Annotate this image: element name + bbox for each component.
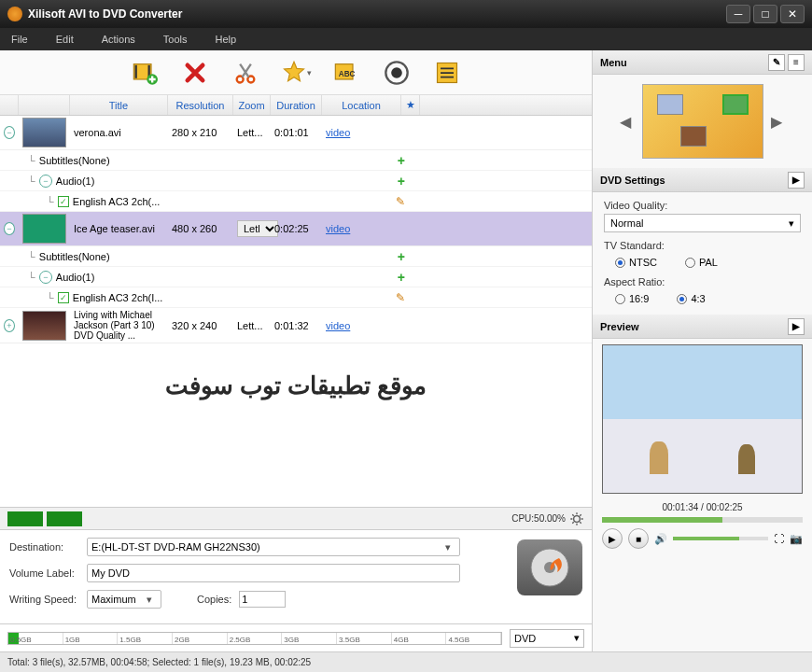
gear-icon[interactable] bbox=[569, 511, 584, 526]
file-row[interactable]: + Living with Michael Jackson (Part 3 10… bbox=[0, 308, 592, 343]
col-location[interactable]: Location bbox=[322, 95, 401, 115]
list-button[interactable] bbox=[431, 57, 463, 89]
audio-track-row[interactable]: └✓English AC3 2ch(I...✎ bbox=[0, 287, 592, 308]
col-resolution[interactable]: Resolution bbox=[168, 95, 233, 115]
play-button[interactable]: ▶ bbox=[602, 528, 623, 549]
expand-button[interactable]: − bbox=[4, 222, 15, 235]
tv-standard-label: TV Standard: bbox=[604, 240, 801, 251]
add-audio-icon[interactable]: + bbox=[398, 270, 405, 285]
pal-radio[interactable]: PAL bbox=[685, 257, 718, 268]
size-tick: 4GB bbox=[392, 633, 447, 644]
burn-button[interactable] bbox=[517, 539, 582, 595]
stop-button[interactable]: ■ bbox=[628, 528, 649, 549]
file-row[interactable]: − Ice Age teaser.avi 480 x 260 Letl 0:02… bbox=[0, 212, 592, 246]
subtitles-row[interactable]: └Subtitles(None)+ bbox=[0, 246, 592, 267]
file-row[interactable]: − verona.avi 280 x 210 Lett... 0:01:01 v… bbox=[0, 116, 592, 150]
subtitle-button[interactable]: ABC bbox=[330, 57, 362, 89]
close-button[interactable]: ✕ bbox=[780, 5, 805, 23]
menu-file[interactable]: File bbox=[11, 34, 28, 45]
audio-row[interactable]: └−Audio(1)+ bbox=[0, 267, 592, 287]
chevron-down-icon[interactable]: ▾ bbox=[789, 217, 794, 230]
snapshot-icon[interactable]: 📷 bbox=[790, 533, 803, 545]
menu-template-thumbnail[interactable] bbox=[642, 84, 763, 159]
menu-help[interactable]: Help bbox=[215, 34, 236, 45]
expand-button[interactable]: − bbox=[4, 126, 15, 139]
preview-video[interactable] bbox=[602, 344, 803, 494]
effects-button[interactable]: ▾ bbox=[280, 57, 312, 89]
col-zoom[interactable]: Zoom bbox=[233, 95, 271, 115]
file-duration: 0:01:01 bbox=[271, 125, 322, 140]
aspect-169-radio[interactable]: 16:9 bbox=[615, 293, 649, 304]
expand-settings-button[interactable]: ▶ bbox=[788, 172, 805, 189]
volume-icon[interactable]: 🔊 bbox=[654, 533, 667, 545]
file-duration: 0:02:25 bbox=[271, 221, 322, 236]
col-title[interactable]: Title bbox=[70, 95, 168, 115]
expand-preview-button[interactable]: ▶ bbox=[788, 318, 805, 335]
title-bar: Xilisoft AVI to DVD Converter ─ □ ✕ bbox=[0, 0, 812, 28]
audio-row[interactable]: └−Audio(1)+ bbox=[0, 171, 592, 191]
add-audio-icon[interactable]: + bbox=[398, 174, 405, 189]
svg-point-11 bbox=[574, 515, 581, 522]
size-tick: 1GB bbox=[63, 633, 119, 644]
track-checkbox[interactable]: ✓ bbox=[58, 196, 69, 207]
audio-track-row[interactable]: └✓English AC3 2ch(...✎ bbox=[0, 191, 592, 212]
aspect-43-radio[interactable]: 4:3 bbox=[677, 293, 705, 304]
col-duration[interactable]: Duration bbox=[271, 95, 322, 115]
chevron-down-icon[interactable]: ▾ bbox=[142, 594, 157, 606]
edit-track-icon[interactable]: ✎ bbox=[396, 291, 405, 304]
location-link[interactable]: video bbox=[326, 127, 350, 138]
size-tick: 3GB bbox=[282, 633, 337, 644]
next-template-button[interactable]: ▶ bbox=[771, 113, 786, 131]
fullscreen-icon[interactable]: ⛶ bbox=[774, 533, 784, 544]
expand-audio-button[interactable]: − bbox=[39, 271, 52, 284]
file-list: − verona.avi 280 x 210 Lett... 0:01:01 v… bbox=[0, 116, 592, 507]
size-tick: 2.5GB bbox=[228, 633, 283, 644]
track-checkbox[interactable]: ✓ bbox=[58, 292, 69, 303]
file-title: Ice Age teaser.avi bbox=[70, 221, 168, 236]
menu-edit[interactable]: Edit bbox=[56, 34, 74, 45]
thumbnail bbox=[22, 118, 66, 147]
location-link[interactable]: video bbox=[326, 223, 350, 234]
add-subtitle-icon[interactable]: + bbox=[398, 153, 405, 168]
chevron-down-icon[interactable]: ▾ bbox=[441, 541, 455, 553]
edit-menu-button[interactable]: ✎ bbox=[768, 54, 785, 71]
edit-track-icon[interactable]: ✎ bbox=[396, 195, 405, 208]
maximize-button[interactable]: □ bbox=[753, 5, 777, 23]
record-button[interactable] bbox=[381, 57, 413, 89]
volume-slider[interactable] bbox=[673, 537, 768, 540]
file-resolution: 320 x 240 bbox=[168, 318, 233, 333]
size-tick: 3.5GB bbox=[337, 633, 392, 644]
thumbnail bbox=[22, 214, 66, 244]
preview-progress[interactable] bbox=[602, 517, 803, 523]
expand-button[interactable]: + bbox=[4, 319, 15, 332]
menu-list-button[interactable]: ≡ bbox=[788, 54, 805, 71]
svg-text:ABC: ABC bbox=[339, 69, 356, 77]
speed-select[interactable]: Maximum▾ bbox=[87, 590, 161, 609]
add-video-button[interactable] bbox=[129, 57, 161, 89]
cut-button[interactable] bbox=[230, 57, 261, 89]
menu-preview: ◀ ▶ bbox=[593, 75, 812, 168]
minimize-button[interactable]: ─ bbox=[726, 5, 750, 23]
chevron-down-icon[interactable]: ▾ bbox=[574, 632, 580, 644]
volume-input[interactable]: My DVD bbox=[87, 564, 460, 582]
col-star[interactable]: ★ bbox=[401, 95, 420, 115]
destination-select[interactable]: E:(HL-DT-ST DVD-RAM GH22NS30)▾ bbox=[87, 538, 460, 556]
aspect-label: Aspect Ratio: bbox=[604, 276, 801, 287]
dvd-type-select[interactable]: DVD▾ bbox=[510, 629, 584, 648]
add-subtitle-icon[interactable]: + bbox=[398, 249, 405, 264]
ntsc-radio[interactable]: NTSC bbox=[615, 257, 657, 268]
prev-template-button[interactable]: ◀ bbox=[620, 113, 635, 131]
subtitles-row[interactable]: └Subtitles(None)+ bbox=[0, 150, 592, 171]
expand-audio-button[interactable]: − bbox=[39, 175, 52, 188]
copies-label: Copies: bbox=[197, 594, 231, 605]
menu-tools[interactable]: Tools bbox=[163, 34, 188, 45]
quality-select[interactable]: Normal▾ bbox=[604, 214, 801, 232]
copies-input[interactable] bbox=[239, 591, 286, 608]
app-logo-icon bbox=[7, 7, 22, 21]
size-meter-panel: 0.5GB1GB1.5GB2GB2.5GB3GB3.5GB4GB4.5GB DV… bbox=[0, 623, 592, 651]
file-resolution: 280 x 210 bbox=[168, 125, 233, 140]
location-link[interactable]: video bbox=[326, 320, 350, 331]
delete-button[interactable] bbox=[179, 57, 211, 89]
menu-actions[interactable]: Actions bbox=[102, 34, 135, 45]
cpu-wave-icon bbox=[47, 511, 82, 526]
